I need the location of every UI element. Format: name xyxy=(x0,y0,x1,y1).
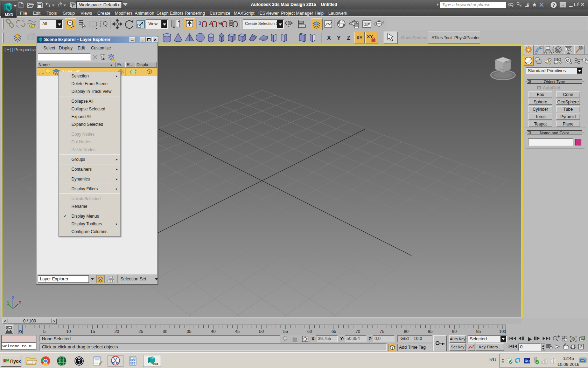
svg-text:?: ? xyxy=(552,2,555,8)
svg-text:Ru: Ru xyxy=(525,359,530,363)
svg-text:20: 20 xyxy=(114,329,119,334)
svg-text:60: 60 xyxy=(307,329,312,334)
svg-text:X: X xyxy=(327,35,331,41)
svg-text:35: 35 xyxy=(187,329,192,334)
svg-text:90: 90 xyxy=(452,329,457,334)
svg-text:65: 65 xyxy=(331,329,336,334)
svg-text:40: 40 xyxy=(211,329,216,334)
svg-text:Z: Z xyxy=(347,35,350,41)
svg-text:0: 0 xyxy=(133,357,134,360)
svg-text:50: 50 xyxy=(259,329,264,334)
svg-text:5: 5 xyxy=(43,329,46,334)
svg-text:95: 95 xyxy=(476,329,481,334)
svg-text:3: 3 xyxy=(198,20,201,26)
svg-text:70: 70 xyxy=(356,329,360,334)
svg-text:25: 25 xyxy=(139,329,144,334)
svg-text:15: 15 xyxy=(90,329,95,334)
svg-text:30: 30 xyxy=(163,329,168,334)
svg-text:75: 75 xyxy=(380,329,385,334)
svg-text:45: 45 xyxy=(235,329,240,334)
svg-text:0: 0 xyxy=(19,329,22,334)
svg-text:x: x xyxy=(19,299,21,305)
svg-text:100: 100 xyxy=(499,329,506,334)
svg-text:z: z xyxy=(12,296,14,300)
svg-text:XY: XY xyxy=(356,35,363,40)
svg-text:10: 10 xyxy=(66,329,71,334)
svg-text:85: 85 xyxy=(428,329,433,334)
svg-text:55: 55 xyxy=(283,329,288,334)
svg-text:Y: Y xyxy=(337,35,341,41)
svg-text:y: y xyxy=(7,299,9,305)
svg-text:80: 80 xyxy=(404,329,409,334)
